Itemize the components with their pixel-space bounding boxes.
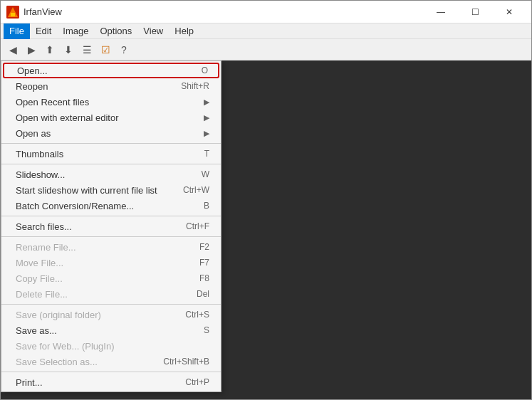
app-icon xyxy=(6,6,19,19)
menu-bar: File Edit Image Options View Help xyxy=(1,23,531,39)
menu-options[interactable]: Options xyxy=(95,23,138,39)
menu-item-slideshow-current-label: Start slideshow with current file list xyxy=(16,185,169,196)
menu-item-slideshow-shortcut: W xyxy=(202,169,209,179)
menu-item-rename: Rename File... F2 xyxy=(1,239,221,255)
menu-item-rename-label: Rename File... xyxy=(16,242,185,253)
menu-item-copy-shortcut: F8 xyxy=(199,273,209,283)
menu-item-delete-label: Delete File... xyxy=(16,289,182,300)
menu-item-slideshow-current[interactable]: Start slideshow with current file list C… xyxy=(1,182,221,198)
toolbar-down[interactable]: ⬇ xyxy=(60,41,77,58)
maximize-button[interactable]: ☐ xyxy=(459,1,491,23)
menu-item-copy: Copy File... F8 xyxy=(1,270,221,286)
toolbar-help[interactable]: ? xyxy=(115,41,132,58)
separator-6 xyxy=(1,372,221,372)
menu-item-open-recent-label: Open Recent files xyxy=(16,97,201,107)
menu-item-search-label: Search files... xyxy=(16,221,172,232)
menu-item-save-original: Save (original folder) Ctrl+S xyxy=(1,307,221,322)
toolbar-prev[interactable]: ◀ xyxy=(4,41,21,58)
menu-item-thumbnails-label: Thumbnails xyxy=(16,149,190,159)
menu-file[interactable]: File xyxy=(4,23,30,39)
menu-item-save-selection: Save Selection as... Ctrl+Shift+B xyxy=(1,354,221,369)
menu-item-open-external-label: Open with external editor xyxy=(16,112,201,123)
menu-item-open-label: Open... xyxy=(17,65,187,76)
menu-item-print[interactable]: Print... Ctrl+P xyxy=(1,374,221,390)
separator-2 xyxy=(1,164,221,164)
menu-item-save-selection-label: Save Selection as... xyxy=(16,357,149,367)
menu-item-delete: Delete File... Del xyxy=(1,286,221,302)
menu-item-slideshow-label: Slideshow... xyxy=(16,169,187,180)
separator-3 xyxy=(1,216,221,216)
menu-item-open-recent[interactable]: Open Recent files ▶ xyxy=(1,94,221,110)
menu-item-save-web: Save for Web... (PlugIn) xyxy=(1,338,221,354)
menu-item-save-original-label: Save (original folder) xyxy=(16,310,171,320)
menu-item-search[interactable]: Search files... Ctrl+F xyxy=(1,219,221,234)
menu-item-batch-label: Batch Conversion/Rename... xyxy=(16,201,189,211)
menu-item-reopen-shortcut: Shift+R xyxy=(181,81,209,91)
menu-item-save-as[interactable]: Save as... S xyxy=(1,322,221,338)
menu-item-move-label: Move File... xyxy=(16,258,185,268)
menu-item-print-shortcut: Ctrl+P xyxy=(185,377,209,387)
window-controls: — ☐ ✕ xyxy=(424,1,526,23)
file-dropdown-menu: Open... O Reopen Shift+R Open Recent fil… xyxy=(1,60,221,392)
menu-item-save-original-shortcut: Ctrl+S xyxy=(185,310,209,320)
menu-item-thumbnails-shortcut: T xyxy=(204,149,209,159)
menu-view[interactable]: View xyxy=(137,23,169,39)
main-content: Open... O Reopen Shift+R Open Recent fil… xyxy=(1,60,531,399)
toolbar-menu[interactable]: ☰ xyxy=(78,41,95,58)
toolbar-next[interactable]: ▶ xyxy=(23,41,40,58)
minimize-button[interactable]: — xyxy=(424,1,457,23)
menu-item-batch[interactable]: Batch Conversion/Rename... B xyxy=(1,198,221,214)
menu-item-search-shortcut: Ctrl+F xyxy=(186,221,209,231)
menu-help[interactable]: Help xyxy=(169,23,199,39)
menu-item-rename-shortcut: F2 xyxy=(199,242,209,252)
submenu-arrow-open-recent: ▶ xyxy=(204,98,209,107)
main-window: IrfanView — ☐ ✕ File Edit Image Options … xyxy=(0,0,532,400)
menu-item-batch-shortcut: B xyxy=(204,201,209,211)
menu-item-save-selection-shortcut: Ctrl+Shift+B xyxy=(163,357,209,367)
toolbar-up[interactable]: ⬆ xyxy=(41,41,58,58)
menu-item-open[interactable]: Open... O xyxy=(3,63,219,78)
close-button[interactable]: ✕ xyxy=(493,1,526,23)
menu-item-open-shortcut: O xyxy=(202,65,208,75)
submenu-arrow-open-external: ▶ xyxy=(204,113,209,122)
menu-item-reopen-label: Reopen xyxy=(16,81,167,92)
menu-item-open-as[interactable]: Open as ▶ xyxy=(1,125,221,141)
menu-item-save-as-label: Save as... xyxy=(16,325,189,336)
separator-1 xyxy=(1,143,221,144)
menu-item-save-web-label: Save for Web... (PlugIn) xyxy=(16,341,195,352)
menu-item-copy-label: Copy File... xyxy=(16,273,185,284)
separator-5 xyxy=(1,304,221,305)
menu-item-thumbnails[interactable]: Thumbnails T xyxy=(1,146,221,162)
menu-item-print-label: Print... xyxy=(16,377,171,388)
title-bar: IrfanView — ☐ ✕ xyxy=(1,1,531,23)
toolbar-check[interactable]: ☑ xyxy=(97,41,114,58)
menu-item-open-as-label: Open as xyxy=(16,128,201,139)
menu-image[interactable]: Image xyxy=(57,23,94,39)
toolbar: ◀ ▶ ⬆ ⬇ ☰ ☑ ? xyxy=(1,39,531,60)
menu-item-save-as-shortcut: S xyxy=(204,325,209,335)
svg-rect-2 xyxy=(11,13,15,16)
menu-item-open-external[interactable]: Open with external editor ▶ xyxy=(1,110,221,125)
menu-item-slideshow-current-shortcut: Ctrl+W xyxy=(183,185,209,195)
menu-item-reopen[interactable]: Reopen Shift+R xyxy=(1,78,221,94)
separator-4 xyxy=(1,236,221,237)
submenu-arrow-open-as: ▶ xyxy=(204,129,209,138)
menu-item-delete-shortcut: Del xyxy=(197,289,209,299)
menu-item-slideshow[interactable]: Slideshow... W xyxy=(1,167,221,182)
menu-edit[interactable]: Edit xyxy=(30,23,57,39)
menu-item-move: Move File... F7 xyxy=(1,255,221,270)
window-title: IrfanView xyxy=(24,6,424,17)
menu-item-move-shortcut: F7 xyxy=(199,258,209,268)
